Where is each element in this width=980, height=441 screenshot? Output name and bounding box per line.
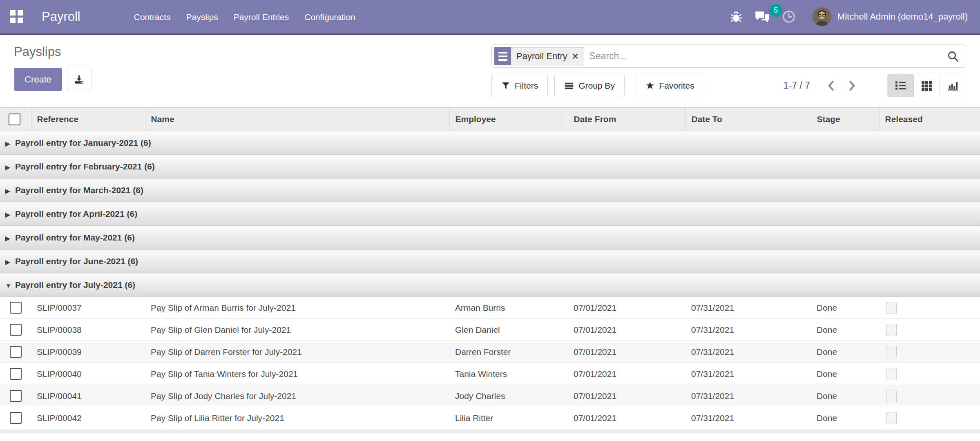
group-by-button[interactable]: Group By xyxy=(554,74,625,97)
caret-down-icon: ▼ xyxy=(5,282,15,289)
cell-stage: Done xyxy=(811,319,879,341)
column-header-released[interactable]: Released xyxy=(879,108,980,131)
list-view-button[interactable] xyxy=(887,74,913,97)
filter-icon xyxy=(501,81,510,90)
menu-contracts[interactable]: Contracts xyxy=(126,0,179,34)
search-input[interactable] xyxy=(589,51,947,62)
cell-employee: Jody Charles xyxy=(449,385,568,407)
cell-stage: Done xyxy=(811,407,879,429)
pager-previous-button[interactable] xyxy=(820,78,842,94)
cell-date-to: 07/31/2021 xyxy=(685,407,811,429)
bar-chart-icon xyxy=(947,80,958,91)
cell-employee: Arman Burris xyxy=(449,297,568,319)
search-facet: Payroll Entry ✕ xyxy=(494,47,584,65)
cell-reference: SLIP/00039 xyxy=(31,341,145,363)
filters-button[interactable]: Filters xyxy=(491,74,548,97)
user-menu[interactable]: Mitchell Admin (demo14_payroll) xyxy=(813,7,968,26)
search-bar[interactable]: Payroll Entry ✕ xyxy=(491,45,966,68)
select-all-checkbox[interactable] xyxy=(9,114,20,125)
group-row-july[interactable]: ▼Payroll entry for July-2021 (6) xyxy=(0,273,980,297)
group-row-february[interactable]: ▶Payroll entry for February-2021 (6) xyxy=(0,155,980,178)
avatar xyxy=(813,7,831,26)
row-checkbox[interactable] xyxy=(10,412,22,424)
facet-label: Payroll Entry xyxy=(516,51,567,62)
group-row-june[interactable]: ▶Payroll entry for June-2021 (6) xyxy=(0,249,980,273)
user-name: Mitchell Admin (demo14_payroll) xyxy=(837,11,968,22)
facet-remove-icon[interactable]: ✕ xyxy=(572,51,579,61)
row-checkbox[interactable] xyxy=(10,324,22,336)
table-row[interactable]: SLIP/00038 Pay Slip of Glen Daniel for J… xyxy=(0,319,980,341)
group-label: Payroll entry for April-2021 (6) xyxy=(15,209,137,218)
pager-range[interactable]: 1-7 / 7 xyxy=(784,80,810,91)
cell-stage: Done xyxy=(811,385,879,407)
message-count-badge: 5 xyxy=(770,4,782,17)
column-header-stage[interactable]: Stage xyxy=(811,108,879,131)
group-row-april[interactable]: ▶Payroll entry for April-2021 (6) xyxy=(0,202,980,226)
cell-name: Pay Slip of Tania Winters for July-2021 xyxy=(145,363,449,385)
cell-date-from: 07/01/2021 xyxy=(568,407,685,429)
group-row-march[interactable]: ▶Payroll entry for March-2021 (6) xyxy=(0,178,980,202)
pager-next-button[interactable] xyxy=(842,78,863,94)
cell-date-to: 07/31/2021 xyxy=(685,319,811,341)
table-header-row: Reference Name Employee Date From Date T… xyxy=(0,108,980,131)
control-panel: Payslips Create Payroll Entry ✕ xyxy=(0,35,980,97)
row-checkbox[interactable] xyxy=(10,390,22,402)
cell-reference: SLIP/00041 xyxy=(31,385,145,407)
cell-date-to: 07/31/2021 xyxy=(685,341,811,363)
caret-right-icon: ▶ xyxy=(5,187,15,195)
row-checkbox[interactable] xyxy=(10,302,22,314)
column-header-date-to[interactable]: Date To xyxy=(685,108,811,131)
create-button[interactable]: Create xyxy=(14,68,62,91)
pivot-view-button[interactable] xyxy=(913,74,940,97)
row-checkbox[interactable] xyxy=(10,346,22,358)
group-label: Payroll entry for February-2021 (6) xyxy=(15,162,155,171)
cell-stage: Done xyxy=(811,341,879,363)
row-checkbox[interactable] xyxy=(10,368,22,380)
table-row[interactable]: SLIP/00042 Pay Slip of Lilia Ritter for … xyxy=(0,407,980,429)
column-header-name[interactable]: Name xyxy=(145,108,449,131)
table-row[interactable]: SLIP/00037 Pay Slip of Arman Burris for … xyxy=(0,297,980,319)
column-header-reference[interactable]: Reference xyxy=(31,108,145,131)
cell-date-to: 07/31/2021 xyxy=(685,297,811,319)
apps-menu-icon[interactable] xyxy=(10,10,24,24)
column-header-date-from[interactable]: Date From xyxy=(568,108,685,131)
cell-reference: SLIP/00040 xyxy=(31,363,145,385)
export-button[interactable] xyxy=(66,68,92,91)
cell-name: Pay Slip of Jody Charles for July-2021 xyxy=(145,385,449,407)
main-menu: Contracts Payslips Payroll Entries Confi… xyxy=(126,0,363,34)
caret-right-icon: ▶ xyxy=(5,235,15,242)
group-row-may[interactable]: ▶Payroll entry for May-2021 (6) xyxy=(0,226,980,249)
navbar-right: 5 Mitchell Admin (demo14_payroll) xyxy=(723,7,968,26)
messages-icon[interactable]: 5 xyxy=(749,10,776,24)
pager: 1-7 / 7 xyxy=(784,78,863,94)
menu-configuration[interactable]: Configuration xyxy=(297,0,363,34)
table-grid-icon xyxy=(921,80,932,91)
page-title: Payslips xyxy=(14,45,92,59)
column-header-employee[interactable]: Employee xyxy=(449,108,568,131)
cell-employee: Tania Winters xyxy=(449,363,568,385)
cell-date-from: 07/01/2021 xyxy=(568,297,685,319)
cell-employee: Darren Forster xyxy=(449,341,568,363)
group-row-january[interactable]: ▶Payroll entry for January-2021 (6) xyxy=(0,131,980,155)
table-row[interactable]: SLIP/00041 Pay Slip of Jody Charles for … xyxy=(0,385,980,407)
table-row[interactable]: SLIP/00039 Pay Slip of Darren Forster fo… xyxy=(0,341,980,363)
cell-reference: SLIP/00037 xyxy=(31,297,145,319)
released-checkbox xyxy=(886,302,897,314)
list-icon xyxy=(895,80,906,91)
menu-payroll-entries[interactable]: Payroll Entries xyxy=(226,0,297,34)
cell-employee: Lilia Ritter xyxy=(449,407,568,429)
cell-name: Pay Slip of Lilia Ritter for July-2021 xyxy=(145,407,449,429)
group-label: Payroll entry for March-2021 (6) xyxy=(15,185,143,195)
menu-payslips[interactable]: Payslips xyxy=(179,0,226,34)
bug-icon[interactable] xyxy=(723,10,749,24)
cell-employee: Glen Daniel xyxy=(449,319,568,341)
app-brand[interactable]: Payroll xyxy=(42,9,80,24)
cell-date-from: 07/01/2021 xyxy=(568,341,685,363)
table-row[interactable]: SLIP/00040 Pay Slip of Tania Winters for… xyxy=(0,363,980,385)
favorites-button[interactable]: ★ Favorites xyxy=(636,74,704,97)
cell-name: Pay Slip of Glen Daniel for July-2021 xyxy=(145,319,449,341)
graph-view-button[interactable] xyxy=(940,74,966,97)
payslips-table: Reference Name Employee Date From Date T… xyxy=(0,107,980,429)
cell-date-to: 07/31/2021 xyxy=(685,363,811,385)
search-icon[interactable] xyxy=(947,50,959,62)
